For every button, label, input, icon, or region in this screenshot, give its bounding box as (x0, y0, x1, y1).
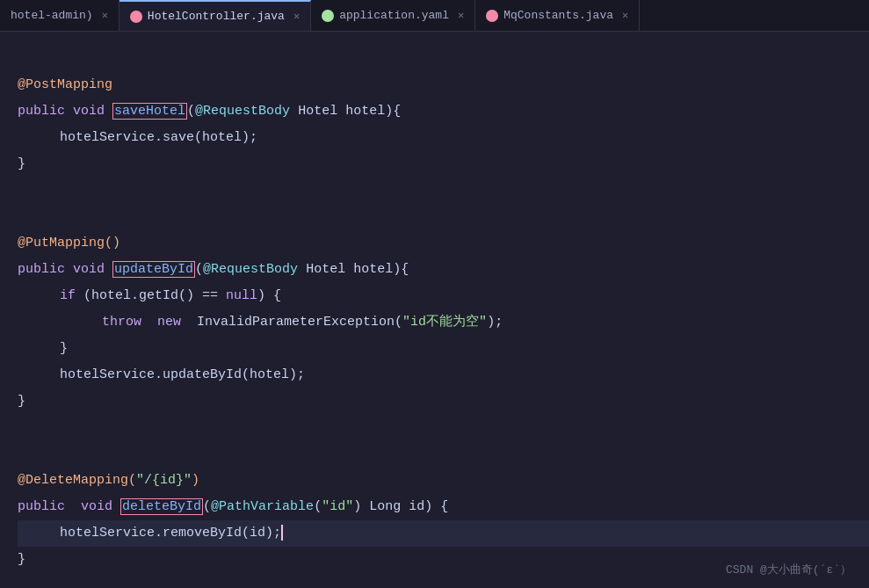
tab-label: HotelController.java (148, 10, 285, 23)
watermark: CSDN @大小曲奇(´ε`） (726, 562, 851, 577)
tab-application-yaml[interactable]: application.yaml ✕ (311, 0, 475, 31)
delete-by-id-highlight: deleteById (120, 498, 203, 515)
tab-hotel-admin[interactable]: hotel-admin) ✕ (0, 0, 119, 31)
code-line-blank1 (18, 46, 869, 72)
yaml-icon (322, 10, 334, 22)
code-line-delete-body: hotelService.removeById(id); (18, 520, 869, 547)
tab-label: MqConstants.java (503, 9, 613, 22)
code-line-throw: throw new InvalidParameterException("id不… (18, 309, 869, 336)
code-line-update-method: public void updateById(@RequestBody Hote… (18, 257, 869, 283)
update-by-id-highlight: updateById (112, 261, 195, 278)
code-area: @PostMapping public void saveHotel(@Requ… (0, 32, 869, 588)
code-line-annotation1: @PostMapping (18, 72, 869, 98)
code-line-save-method: public void saveHotel(@RequestBody Hotel… (18, 98, 869, 125)
code-line-blank4 (18, 415, 869, 441)
code-line-annotation2: @PutMapping() (18, 230, 869, 257)
code-line-update-body: hotelService.updateById(hotel); (18, 362, 869, 388)
tab-bar: hotel-admin) ✕ HotelController.java ✕ ap… (0, 0, 869, 32)
tab-label: hotel-admin) (11, 9, 93, 22)
code-line-close1: } (18, 151, 869, 178)
tab-mq-constants[interactable]: MqConstants.java ✕ (475, 0, 640, 31)
tab-close[interactable]: ✕ (102, 11, 108, 21)
code-line-close2: } (18, 336, 869, 362)
tab-close[interactable]: ✕ (458, 11, 464, 21)
code-line-save-body: hotelService.save(hotel); (18, 125, 869, 151)
tab-hotel-controller[interactable]: HotelController.java ✕ (119, 0, 311, 31)
java-icon (130, 11, 142, 23)
code-line-blank3 (18, 204, 869, 230)
text-cursor (281, 525, 283, 541)
save-hotel-highlight: saveHotel (112, 103, 187, 120)
code-line-close3: } (18, 388, 869, 415)
code-line-if: if (hotel.getId() == null) { (18, 283, 869, 309)
code-line-blank5 (18, 441, 869, 468)
tab-close[interactable]: ✕ (293, 11, 300, 22)
code-line-delete-method: public void deleteById(@PathVariable("id… (18, 494, 869, 520)
java-icon2 (486, 10, 498, 22)
code-line-blank2 (18, 178, 869, 204)
tab-close[interactable]: ✕ (622, 11, 628, 21)
code-line-annotation3: @DeleteMapping("/{id}") (18, 468, 869, 494)
tab-label: application.yaml (339, 9, 449, 22)
